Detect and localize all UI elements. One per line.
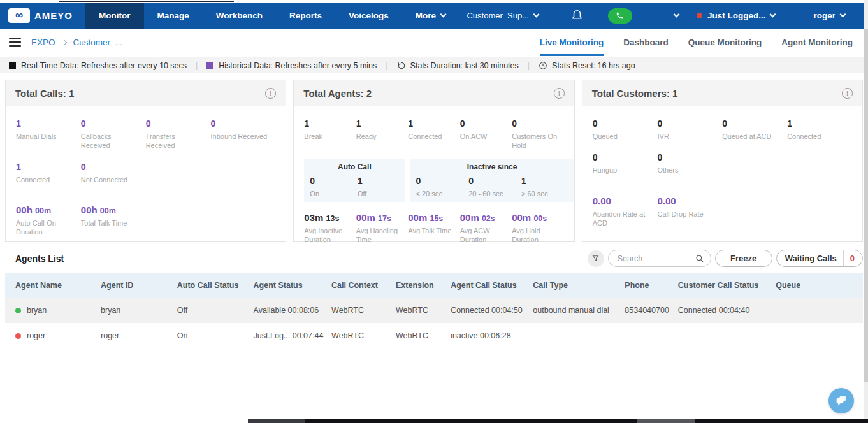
collapse-chevron-icon[interactable]: [674, 11, 680, 18]
waiting-calls-button[interactable]: Waiting Calls 0: [776, 250, 863, 267]
stat-customers-on-hold: 0Customers On Hold: [512, 118, 563, 150]
nav-monitor[interactable]: Monitor: [85, 3, 144, 29]
col-auto-call-status[interactable]: Auto Call Status: [173, 273, 250, 298]
stat-queued-at-acd: 0Queued at ACD: [722, 118, 787, 141]
nav-reports[interactable]: Reports: [276, 3, 335, 29]
search-box: [608, 250, 711, 267]
refresh-icon: [397, 61, 406, 70]
window-edge: [0, 0, 868, 3]
presence-label: Just Logged...: [707, 11, 766, 20]
stat-transfers-received: 0Transfers Received: [146, 118, 211, 150]
nav-more-label: More: [416, 11, 436, 20]
total-customers-header: Total Customers: 1: [582, 80, 862, 106]
taskbar-segment: [248, 419, 305, 423]
tab-queue-monitoring[interactable]: Queue Monitoring: [688, 29, 762, 56]
nav-workbench[interactable]: Workbench: [203, 3, 276, 29]
stat-inactive-gt60: 1> 60 sec: [521, 176, 574, 198]
stat-callbacks-received: 0Callbacks Received: [81, 118, 146, 150]
subheader: EXPO Customer_... Live Monitoring Dashbo…: [0, 29, 868, 56]
nav-more[interactable]: More: [402, 3, 459, 29]
chat-widget-button[interactable]: [828, 388, 854, 413]
col-queue[interactable]: Queue: [772, 273, 863, 298]
waiting-calls-label: Waiting Calls: [777, 254, 843, 263]
col-customer-call-status[interactable]: Customer Call Status: [674, 273, 772, 298]
col-agent-status[interactable]: Agent Status: [250, 273, 328, 298]
nav-manage[interactable]: Manage: [144, 3, 203, 29]
stat-total-talk-time: 00h 00mTotal Talk Time: [81, 204, 146, 237]
chevron-right-icon: [61, 39, 66, 45]
breadcrumb-current[interactable]: Customer_...: [73, 38, 122, 47]
freeze-button[interactable]: Freeze: [715, 250, 772, 267]
menu-icon[interactable]: [9, 36, 21, 49]
top-navbar: ∞ AMEYO Monitor Manage Workbench Reports…: [0, 3, 868, 29]
breadcrumb-root[interactable]: EXPO: [31, 38, 55, 47]
col-agent-name[interactable]: Agent Name: [5, 273, 97, 298]
legend-stats-reset: Stats Reset: 16 hrs ago: [539, 61, 635, 70]
notifications-bell-icon[interactable]: [572, 10, 582, 22]
tab-dashboard[interactable]: Dashboard: [623, 29, 669, 56]
agent-presence-selector[interactable]: Just Logged...: [697, 11, 776, 20]
stat-hungup: 0Hungup: [593, 152, 658, 175]
stat-auto-call-on-duration: 00h 00mAuto Call-On Duration: [16, 204, 81, 237]
chevron-down-icon: [840, 11, 846, 18]
stat-on-acw: 0On ACW: [460, 118, 512, 150]
legend-historical: Historical Data: Refreshes after every 5…: [206, 61, 377, 70]
stat-calls-connected: 1Connected: [16, 162, 81, 184]
legend-realtime: Real-Time Data: Refreshes after every 10…: [9, 61, 187, 70]
tab-agent-monitoring[interactable]: Agent Monitoring: [781, 29, 853, 56]
taskbar-edge: [248, 419, 868, 423]
scrollbar-thumb[interactable]: [864, 29, 868, 382]
divider: [593, 185, 852, 185]
inactive-since-subpanel: Inactive since 0< 20 sec 020 - 60 sec 1>…: [410, 159, 574, 202]
total-customers-body: 0Queued 0IVR 0Queued at ACD 1Connected 0…: [582, 106, 862, 227]
ameyo-logo: ∞ AMEYO: [0, 3, 73, 29]
total-customers-title: Total Customers: 1: [592, 88, 678, 99]
funnel-icon: [591, 254, 600, 262]
info-icon[interactable]: [554, 88, 565, 99]
info-icon[interactable]: [842, 88, 853, 99]
ameyo-logo-icon: ∞: [8, 8, 30, 23]
total-customers-card: Total Customers: 1 0Queued 0IVR 0Queued …: [582, 80, 863, 242]
divider: [16, 194, 275, 194]
agents-table-header-row: Agent Name Agent ID Auto Call Status Age…: [5, 273, 863, 298]
info-icon[interactable]: [265, 88, 276, 99]
stat-avg-talk-time: 00m 15sAvg Talk Time: [408, 212, 459, 245]
nav-voicelogs[interactable]: Voicelogs: [335, 3, 402, 29]
stat-avg-inactive-duration: 03m 13sAvg Inactive Duration: [304, 212, 356, 245]
stat-avg-handling-time: 00m 17sAvg Handling Time: [356, 212, 408, 245]
campaign-name: Customer_Sup...: [467, 11, 529, 20]
col-extension[interactable]: Extension: [392, 273, 447, 298]
username: roger: [813, 11, 835, 20]
waiting-calls-count: 0: [844, 254, 862, 263]
search-icon[interactable]: [695, 254, 704, 263]
agents-table: Agent Name Agent ID Auto Call Status Age…: [5, 273, 863, 348]
tab-live-monitoring[interactable]: Live Monitoring: [540, 29, 604, 56]
total-calls-title: Total Calls: 1: [15, 88, 74, 99]
stat-ready: 1Ready: [356, 118, 408, 150]
campaign-selector[interactable]: Customer_Sup...: [467, 11, 539, 20]
stat-break: 1Break: [304, 118, 356, 150]
stat-avg-hold-duration: 00m 00sAvg Hold Duration: [512, 212, 563, 245]
breadcrumb: EXPO Customer_...: [31, 38, 122, 47]
main-nav: Monitor Manage Workbench Reports Voicelo…: [85, 3, 459, 29]
col-call-type[interactable]: Call Type: [529, 273, 621, 298]
total-agents-header: Total Agents: 2: [294, 80, 574, 106]
user-menu[interactable]: roger: [813, 11, 845, 20]
filter-button[interactable]: [588, 250, 604, 267]
agent-row-bryan[interactable]: bryan bryan Off Available 00:08:06 WebRT…: [5, 298, 863, 323]
col-call-context[interactable]: Call Context: [328, 273, 392, 298]
chevron-down-icon: [770, 11, 776, 18]
col-agent-call-status[interactable]: Agent Call Status: [447, 273, 529, 298]
ameyo-live-monitoring-screen: ∞ AMEYO Monitor Manage Workbench Reports…: [0, 0, 868, 423]
navbar-right: Customer_Sup... Just Logged... roger: [467, 3, 868, 29]
stat-call-drop-rate: 0.00Call Drop Rate: [657, 196, 722, 228]
call-button[interactable]: [608, 8, 632, 24]
divider: |: [386, 61, 387, 70]
stat-manual-dials: 1Manual Dials: [16, 118, 81, 150]
col-agent-id[interactable]: Agent ID: [97, 273, 173, 298]
col-phone[interactable]: Phone: [621, 273, 674, 298]
auto-call-subpanel: Auto Call 0On 1Off: [304, 159, 405, 202]
agent-row-roger[interactable]: roger roger On Just.Log... 00:07:44 WebR…: [5, 323, 863, 348]
stat-ivr: 0IVR: [657, 118, 722, 141]
search-input[interactable]: [618, 254, 695, 263]
